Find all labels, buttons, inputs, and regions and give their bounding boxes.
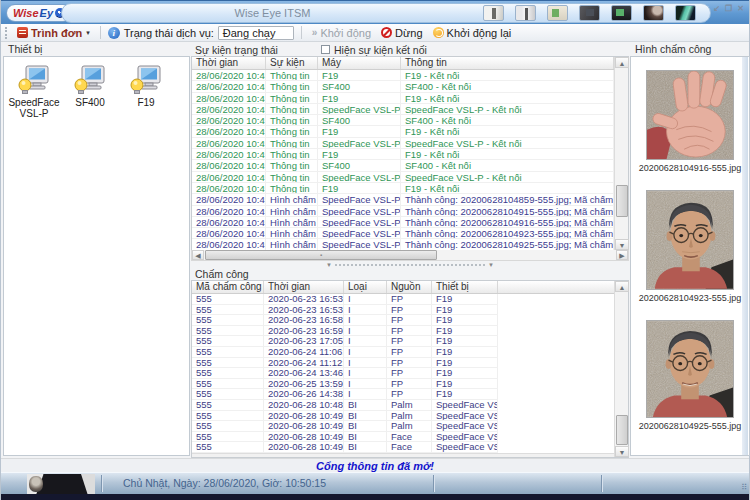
panel-splitter[interactable]: ▼ ▼ <box>191 261 629 268</box>
device-label: SpeedFace VSL-P <box>8 97 60 119</box>
device-thumbnail-icon[interactable] <box>515 5 536 21</box>
device-thumbnail-icon[interactable] <box>579 5 600 21</box>
attendance-table-row[interactable]: 555 2020-06-23 16:59:16 I FP F19 <box>192 326 614 337</box>
event-machine: F19 <box>318 126 401 137</box>
service-status-value: Đang chạy <box>218 26 294 40</box>
close-icon[interactable]: ✕ <box>736 4 745 14</box>
scroll-right-icon[interactable]: ▶ <box>616 250 628 260</box>
device-item-sf400[interactable]: SF400 <box>64 65 116 108</box>
event-table-row[interactable]: 28/06/2020 10:48:53 Thông tin F19 F19 - … <box>192 70 614 81</box>
attendance-table-row[interactable]: 555 2020-06-28 10:48:59 BI Palm SpeedFac… <box>192 400 614 411</box>
window-bottom-edge <box>1 494 749 500</box>
scroll-left-icon[interactable]: ◀ <box>192 250 204 260</box>
maximize-icon[interactable]: ❐ <box>724 4 733 14</box>
events-vertical-scrollbar[interactable]: ▲ ▼ <box>614 57 628 250</box>
event-type: Thông tin <box>266 149 318 160</box>
event-table-row[interactable]: 28/06/2020 10:48:57 Thông tin SpeedFace … <box>192 104 614 115</box>
attendance-table-row[interactable]: 555 2020-06-23 16:53:11 I FP F19 <box>192 294 614 305</box>
attendance-photo-item[interactable]: 20200628104925-555.jpg <box>639 320 742 431</box>
events-horizontal-scrollbar[interactable]: ◀ ▶ <box>191 250 629 261</box>
scrollbar-thumb[interactable] <box>616 185 628 217</box>
scrollbar-thumb[interactable] <box>616 415 628 445</box>
start-service-button[interactable]: » Khởi động <box>309 26 374 40</box>
column-header-source[interactable]: Nguồn <box>387 281 432 293</box>
show-connection-events-checkbox[interactable] <box>321 45 330 54</box>
attendance-table-row[interactable]: 555 2020-06-23 17:05:12 I FP F19 <box>192 336 614 347</box>
splitter-arrow-icon: ▼ <box>326 262 332 268</box>
scroll-down-icon[interactable]: ▼ <box>615 446 629 457</box>
attendance-source: FP <box>387 368 432 379</box>
attendance-table-row[interactable]: 555 2020-06-28 10:49:25 BI Face SpeedFac… <box>192 442 614 453</box>
column-header-time[interactable]: Thời gian <box>264 281 344 293</box>
attendance-device: SpeedFace VSL-P <box>432 421 498 432</box>
event-table-row[interactable]: 28/06/2020 10:49:44 Hình chấm c... Speed… <box>192 239 614 250</box>
event-table-row[interactable]: 28/06/2020 10:49:20 Hình chấm c... Speed… <box>192 194 614 205</box>
column-header-event[interactable]: Sự kiện <box>266 57 318 69</box>
attendance-table-row[interactable]: 555 2020-06-25 13:59:43 I FP F19 <box>192 379 614 390</box>
column-header-attendance-code[interactable]: Mã chấm công <box>192 281 264 293</box>
attendance-table-row[interactable]: 555 2020-06-24 11:06:53 I FP F19 <box>192 347 614 358</box>
device-thumbnail-icon[interactable] <box>675 5 696 21</box>
event-info: SF400 - Kết nối <box>401 115 614 126</box>
column-header-info[interactable]: Thông tin <box>401 57 614 69</box>
attendance-table-row[interactable]: 555 2020-06-28 10:49:16 BI Palm SpeedFac… <box>192 421 614 432</box>
toolbar: Trình đơn ▾ i Trạng thái dịch vụ: Đang c… <box>1 24 749 42</box>
attendance-vertical-scrollbar[interactable]: ▲ ▼ <box>614 281 628 457</box>
attendance-photo-item[interactable]: 20200628104916-555.jpg <box>639 70 742 173</box>
attendance-photo-item[interactable]: 20200628104923-555.jpg <box>639 190 742 303</box>
device-thumbnail-icon[interactable] <box>643 5 664 21</box>
datetime-status: Chủ Nhật, Ngày: 28/06/2020, Giờ: 10:50:1… <box>123 473 326 495</box>
attendance-table-row[interactable]: 555 2020-06-28 10:49:15 BI Palm SpeedFac… <box>192 411 614 422</box>
attendance-blank <box>498 379 614 390</box>
attendance-code: 555 <box>192 336 264 347</box>
attendance-time: 2020-06-28 10:49:23 <box>264 432 344 443</box>
attendance-horizontal-scrollbar[interactable] <box>192 453 614 457</box>
column-header-type[interactable]: Loại <box>344 281 387 293</box>
attendance-device: F19 <box>432 326 498 337</box>
images-vertical-scrollbar[interactable] <box>742 57 748 455</box>
device-item-speedface[interactable]: SpeedFace VSL-P <box>8 65 60 119</box>
event-table-row[interactable]: 28/06/2020 10:49:01 Thông tin F19 F19 - … <box>192 126 614 137</box>
scrollbar-thumb[interactable] <box>205 250 437 260</box>
device-thumbnail-icon[interactable] <box>611 5 632 21</box>
attendance-table-row[interactable]: 555 2020-06-28 10:49:23 BI Face SpeedFac… <box>192 432 614 443</box>
scroll-up-icon[interactable]: ▲ <box>615 57 629 68</box>
event-table-row[interactable]: 28/06/2020 10:49:03 Thông tin SpeedFace … <box>192 138 614 149</box>
event-table-row[interactable]: 28/06/2020 10:48:57 Thông tin F19 F19 - … <box>192 93 614 104</box>
attendance-table-row[interactable]: 555 2020-06-24 11:12:16 I FP F19 <box>192 358 614 369</box>
attendance-type: I <box>344 389 387 400</box>
device-thumbnail-icon[interactable] <box>483 5 504 21</box>
column-header-device[interactable]: Thiết bị <box>432 281 498 293</box>
event-table-row[interactable]: 28/06/2020 10:49:35 Hình chấm c... Speed… <box>192 217 614 228</box>
scroll-up-icon[interactable]: ▲ <box>615 281 629 292</box>
images-panel-title: Hình chấm công <box>630 43 750 56</box>
event-table-row[interactable]: 28/06/2020 10:48:55 Thông tin SF400 SF40… <box>192 81 614 92</box>
scroll-down-icon[interactable]: ▼ <box>615 239 629 250</box>
event-table-row[interactable]: 28/06/2020 10:49:07 Thông tin SF400 SF40… <box>192 160 614 171</box>
minimize-icon[interactable]: ↙ <box>712 4 721 14</box>
event-table-row[interactable]: 28/06/2020 10:49:00 Thông tin SF400 SF40… <box>192 115 614 126</box>
title-bar[interactable]: Wise Ey Wise Eye ITSM ↙ ❐ ✕ <box>1 0 749 24</box>
event-table-row[interactable]: 28/06/2020 10:49:44 Hình chấm c... Speed… <box>192 228 614 239</box>
stop-service-button[interactable]: Dừng <box>378 26 426 40</box>
attendance-table-row[interactable]: 555 2020-06-24 13:46:46 I FP F19 <box>192 368 614 379</box>
attendance-code: 555 <box>192 315 264 326</box>
toolbar-separator <box>100 26 101 39</box>
attendance-table-row[interactable]: 555 2020-06-26 14:38:44 I FP F19 <box>192 389 614 400</box>
column-header-time[interactable]: Thời gian <box>192 57 266 69</box>
resize-grip-icon[interactable]: ⠿ <box>741 483 747 492</box>
event-table-row[interactable]: 28/06/2020 10:49:09 Thông tin F19 F19 - … <box>192 183 614 194</box>
info-icon[interactable]: i <box>108 27 120 39</box>
attendance-table-row[interactable]: 555 2020-06-23 16:53:21 I FP F19 <box>192 305 614 316</box>
menu-button[interactable]: Trình đơn ▾ <box>14 26 93 40</box>
device-item-f19[interactable]: F19 <box>120 65 172 108</box>
toolbar-grip[interactable] <box>5 27 8 39</box>
event-table-row[interactable]: 28/06/2020 10:49:07 Thông tin SpeedFace … <box>192 172 614 183</box>
event-table-row[interactable]: 28/06/2020 10:49:05 Thông tin F19 F19 - … <box>192 149 614 160</box>
column-header-machine[interactable]: Máy <box>318 57 401 69</box>
event-table-row[interactable]: 28/06/2020 10:49:35 Hình chấm c... Speed… <box>192 206 614 217</box>
palm-photo <box>646 70 734 160</box>
restart-service-button[interactable]: Khởi động lại <box>430 26 515 40</box>
device-thumbnail-icon[interactable] <box>547 5 568 21</box>
attendance-table-row[interactable]: 555 2020-06-23 16:58:52 I FP F19 <box>192 315 614 326</box>
